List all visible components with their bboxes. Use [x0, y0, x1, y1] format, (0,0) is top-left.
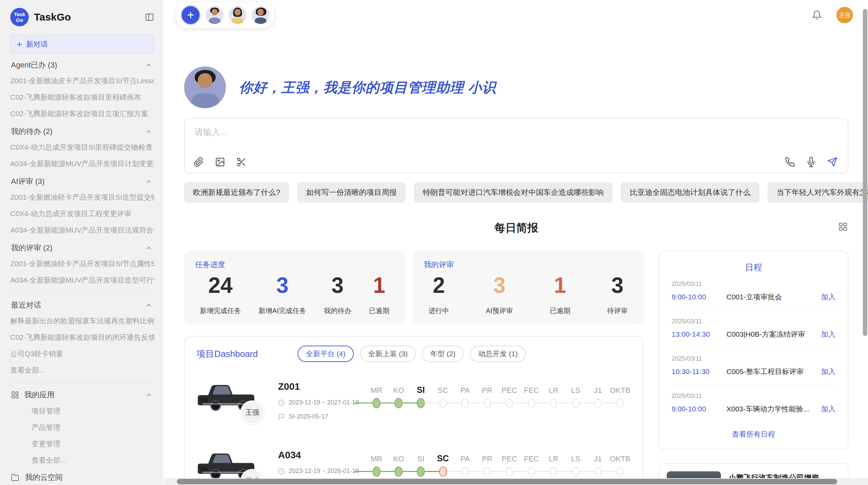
sidebar-section-header-tasks-1[interactable]: 我的待办 (2): [10, 122, 154, 139]
milestone-dot-row: [609, 395, 631, 411]
sidebar-task-item[interactable]: 查看全部...: [10, 362, 154, 378]
sidebar-task-item[interactable]: Z001-全新燃油皮卡产品开发项目SI节点Lesson Learn报告: [10, 73, 154, 89]
sidebar-section-header-tasks-2[interactable]: AI评审 (3): [10, 172, 154, 189]
sidebar: Task Go TaskGo + 新对话 Agent已办 (3)Z001-全新燃…: [0, 0, 163, 485]
milestone-dot: [506, 399, 513, 408]
assistant-avatar-3[interactable]: [252, 6, 269, 24]
dashboard-tabs: 全新平台 (4)全新上装 (3)年型 (2)动总开发 (1): [298, 346, 526, 362]
schedule-time: 13:00-14:30: [672, 330, 726, 338]
sidebar-task-item[interactable]: 公司Q3轻卡销量: [10, 346, 154, 362]
scissors-icon[interactable]: [236, 157, 246, 167]
horizontal-scrollbar-thumb[interactable]: [177, 479, 837, 484]
schedule-join-link[interactable]: 加入: [821, 329, 835, 339]
sidebar-section-header-tasks-3[interactable]: 我的评审 (2): [10, 238, 154, 256]
milestone-pr: PR: [476, 382, 498, 411]
suggestion-chip[interactable]: 特朗普可能对进口汽车增税会对中国车企造成哪些影响: [414, 182, 613, 203]
phone-icon[interactable]: [785, 157, 795, 167]
stat: 3我的待办: [324, 273, 351, 315]
cloud-space-label: 我的云空间: [25, 472, 63, 482]
chevron-up-icon[interactable]: [145, 302, 152, 309]
milestone-sc: SC: [432, 382, 454, 411]
sidebar-task-item[interactable]: Z001-全新燃油轻卡产品开发项目SI节点属性5D文件评审: [10, 256, 154, 272]
section-label: 最近对话: [11, 300, 41, 310]
milestone-label: PEC: [502, 382, 517, 395]
stat: 3待评审: [607, 273, 628, 315]
assistant-avatar-2[interactable]: [229, 6, 246, 24]
sidebar-app-item[interactable]: 产品管理: [10, 419, 154, 436]
sidebar-task-item[interactable]: C02-飞腾新能源轻客改款项目立项汇报方案: [10, 105, 154, 122]
sidebar-app-item[interactable]: 项目管理: [10, 403, 154, 419]
milestone-mr: MR: [365, 450, 388, 480]
milestone-label: MR: [371, 450, 382, 463]
chevron-up-icon[interactable]: [145, 178, 152, 185]
milestone-dot: [484, 399, 491, 408]
milestone-label: KO: [393, 450, 404, 463]
app-window: Task Go TaskGo + 新对话 Agent已办 (3)Z001-全新燃…: [0, 0, 868, 485]
send-icon[interactable]: [827, 157, 837, 167]
attachment-icon[interactable]: [194, 157, 204, 167]
schedule-title: 日程: [672, 262, 835, 273]
milestone-label: SI: [417, 382, 425, 395]
sidebar-task-item[interactable]: 解释最新出台的欧盟报废车法规再生塑料比例被调至15%...: [10, 313, 154, 329]
project-date-range: 2023-12-19 ~ 2027-01-19: [278, 399, 365, 406]
sidebar-task-item[interactable]: C0X4-动力总成开发项目SI里程碑提交物检查: [10, 139, 154, 156]
milestone-dot: [417, 467, 425, 477]
schedule-time: 9:00-10:00: [672, 405, 726, 413]
suggestion-chip[interactable]: 当下年轻人对汽车外观有怎样的喜好趋势: [768, 182, 868, 203]
user-avatar[interactable]: 王强: [836, 7, 853, 23]
new-chat-label: 新对话: [26, 39, 48, 49]
milestone-ls: LS: [565, 450, 587, 480]
chevron-up-icon[interactable]: [145, 245, 152, 251]
notification-bell-icon[interactable]: [812, 10, 822, 20]
sidebar-task-item[interactable]: C02-飞腾新能源轻客改款项目的闭环通告反馈情况: [10, 329, 154, 346]
sidebar-item-my-apps[interactable]: 我的应用: [10, 386, 154, 403]
view-all-schedule-link[interactable]: 查看所有日程: [672, 430, 835, 439]
sidebar-task-item[interactable]: Z001-全新燃油轻卡产品开发项目SI造型提交物评审: [10, 189, 154, 206]
milestone-si: SI: [410, 450, 432, 480]
dashboard-tab[interactable]: 年型 (2): [422, 346, 464, 362]
suggestion-chip[interactable]: 欧洲新规最近颁布了什么?: [184, 182, 289, 203]
sidebar-app-item[interactable]: 变更管理: [10, 436, 154, 452]
sidebar-task-item[interactable]: C0X4-动力总成开发项目工程变更评审: [10, 206, 154, 222]
sidebar-task-item[interactable]: C02-飞腾新能源轻客改款项目里程碑画布: [10, 89, 154, 105]
chevron-up-icon[interactable]: [145, 391, 152, 398]
project-owner-avatar: 王强: [240, 400, 264, 424]
image-upload-icon[interactable]: [215, 157, 225, 167]
milestone-label: LS: [571, 450, 580, 463]
sidebar-task-item[interactable]: A034-全新新能源MUV产品开发项目法规符合性评审: [10, 222, 154, 238]
vertical-scrollbar-thumb[interactable]: [863, 9, 867, 336]
microphone-icon[interactable]: [806, 157, 816, 167]
sidebar-task-item[interactable]: A034-全新新能源MUV产品开发项目造型可行性评审: [10, 272, 154, 288]
stat-label: 新增AI完成任务: [258, 306, 306, 315]
new-chat-button[interactable]: + 新对话: [10, 35, 154, 53]
schedule-join-link[interactable]: 加入: [821, 292, 835, 302]
collapse-panel-icon[interactable]: [145, 12, 154, 22]
dashboard-tab[interactable]: 动总开发 (1): [470, 346, 526, 362]
suggestion-chip[interactable]: 比亚迪全固态电池计划具体说了什么: [621, 182, 759, 203]
add-assistant-button[interactable]: +: [181, 5, 201, 25]
milestone-label: SC: [437, 450, 449, 463]
milestone-fec: FEC: [520, 450, 543, 480]
dashboard-tab[interactable]: 全新上装 (3): [360, 346, 416, 362]
schedule-join-link[interactable]: 加入: [821, 404, 835, 414]
sidebar-task-item[interactable]: A034-全新新能源MUV产品开发项目计划变更表编写: [10, 156, 154, 172]
milestone-pa: PA: [454, 382, 476, 411]
layout-grid-icon[interactable]: [838, 222, 848, 232]
divider: [10, 382, 154, 382]
project-dashboard-card: 项目Dashboard 全新平台 (4)全新上装 (3)年型 (2)动总开发 (…: [184, 336, 643, 485]
assistant-avatar-1[interactable]: [206, 6, 224, 24]
dashboard-tab[interactable]: 全新平台 (4): [298, 346, 354, 362]
my-apps-label: 我的应用: [24, 390, 55, 400]
stat: 1已逾期: [369, 273, 389, 315]
suggestion-chip[interactable]: 如何写一份清晰的项目周报: [297, 182, 406, 203]
schedule-join-link[interactable]: 加入: [821, 367, 835, 376]
daily-briefing-header: 每日简报: [184, 221, 848, 235]
sidebar-section-header-tasks-0[interactable]: Agent已办 (3): [10, 55, 154, 73]
sidebar-app-item[interactable]: 查看全部...: [10, 452, 154, 469]
chat-input[interactable]: [194, 127, 792, 137]
sidebar-section-header-recent[interactable]: 最近对话: [10, 296, 154, 313]
milestone-sc: SC: [432, 450, 454, 480]
chevron-up-icon[interactable]: [145, 128, 152, 135]
sidebar-item-cloud-space[interactable]: 我的云空间: [10, 469, 154, 482]
chevron-up-icon[interactable]: [145, 62, 152, 69]
